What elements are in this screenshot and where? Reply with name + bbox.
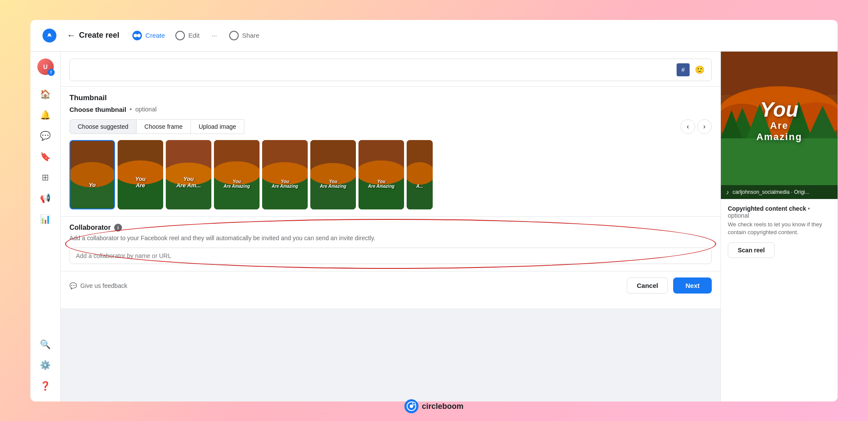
tab-choose-frame[interactable]: Choose frame (136, 119, 191, 134)
step-share[interactable]: Share (229, 31, 260, 40)
brand-logo-icon (404, 399, 418, 413)
step-create[interactable]: Create (132, 31, 165, 40)
thumb-text-3: YouAre Am... (176, 176, 201, 189)
preview-are-amazing-text: Are Amazing (750, 120, 809, 143)
form-panel: # 🙂 Thumbnail Choose thumbnail • optiona… (61, 52, 720, 309)
right-panel: You Are Amazing ♪ carljohnson_socialmedi… (720, 52, 838, 401)
center-panel: # 🙂 Thumbnail Choose thumbnail • optiona… (61, 52, 720, 401)
collaborator-section: Collaborator i Add a collaborator to you… (61, 217, 720, 271)
brand-footer: circleboom (404, 399, 464, 413)
header-bar: ← Create reel Create Edit ··· Share (30, 20, 838, 52)
collaborator-title: Collaborator (69, 224, 111, 232)
avatar[interactable]: U f (37, 59, 54, 75)
choose-thumbnail-label: Choose thumbnail (69, 106, 126, 113)
thumbnail-item-4[interactable]: YouAre Amazing (214, 140, 260, 209)
prev-arrow[interactable]: ‹ (681, 119, 695, 134)
sidebar-item-grid[interactable]: ⊞ (37, 169, 54, 186)
thumbnail-title: Thumbnail (69, 94, 712, 102)
next-arrow[interactable]: › (697, 119, 712, 134)
sidebar-bottom: 🔍 ⚙️ ❓ (37, 336, 54, 395)
feedback-label: Give us feedback (80, 282, 127, 289)
next-button[interactable]: Next (673, 277, 712, 294)
annotation-arrow (61, 225, 65, 260)
preview-author-text: carljohnson_socialmedia · Origi... (733, 189, 809, 195)
step-edit[interactable]: Edit (175, 31, 200, 40)
tab-upload-image[interactable]: Upload image (191, 119, 244, 134)
step-dots: ··· (212, 32, 217, 39)
back-button[interactable]: ← Create reel (67, 30, 119, 40)
brand-name: circleboom (422, 402, 464, 411)
page-title: Create reel (79, 31, 119, 40)
cancel-button[interactable]: Cancel (627, 277, 668, 294)
sidebar: U f 🏠 🔔 💬 🔖 ⊞ 📢 📊 🔍 ⚙️ ❓ (30, 52, 61, 401)
steps-navigation: Create Edit ··· Share (132, 31, 260, 40)
tabs-row: Choose suggested Choose frame Upload ima… (69, 119, 712, 134)
thumb-text-1: Yo (89, 182, 95, 188)
svg-point-24 (407, 162, 433, 185)
sidebar-item-settings[interactable]: ⚙️ (37, 356, 54, 374)
thumbnail-item-2[interactable]: YouAre (118, 140, 163, 209)
thumbnail-section: Thumbnail Choose thumbnail • optional Ch… (61, 87, 720, 217)
thumb-text-7: YouAre Amazing (368, 179, 395, 189)
sidebar-item-megaphone[interactable]: 📢 (37, 189, 54, 207)
sidebar-item-help[interactable]: ❓ (37, 377, 54, 395)
nav-arrows: ‹ › (681, 119, 712, 134)
thumb-text-2: YouAre (135, 176, 145, 189)
thumbnail-item-7[interactable]: YouAre Amazing (358, 140, 404, 209)
text-icons: # 🙂 (677, 63, 706, 76)
optional-label: • (130, 106, 132, 113)
step-share-label: Share (242, 32, 260, 39)
content-area: U f 🏠 🔔 💬 🔖 ⊞ 📢 📊 🔍 ⚙️ ❓ (30, 52, 838, 401)
sidebar-item-search[interactable]: 🔍 (37, 336, 54, 353)
emoji-icon-btn[interactable]: 🙂 (693, 63, 706, 76)
tab-choose-suggested[interactable]: Choose suggested (69, 119, 136, 134)
preview-you-text: You (750, 99, 809, 120)
preview-bottom-bar: ♪ carljohnson_socialmedia · Origi... (721, 185, 838, 199)
copyright-description: We check reels to let you know if they c… (728, 221, 831, 236)
copyright-title: Copyrighted content check • optional (728, 205, 831, 219)
thumbnail-item-1[interactable]: Yo (69, 140, 115, 209)
footer-actions: Cancel Next (627, 277, 712, 294)
svg-rect-3 (70, 141, 114, 209)
thumb-text-4: YouAre Amazing (224, 179, 250, 189)
svg-point-39 (410, 405, 413, 408)
collaborator-description: Add a collaborator to your Facebook reel… (69, 234, 712, 243)
feedback-button[interactable]: 💬 Give us feedback (69, 282, 127, 289)
caption-input[interactable] (75, 66, 677, 73)
sidebar-item-analytics[interactable]: 📊 (37, 210, 54, 228)
step-edit-label: Edit (188, 32, 200, 39)
choose-thumbnail-row: Choose thumbnail • optional (69, 106, 712, 113)
step-circle-edit (175, 31, 185, 40)
scan-reel-button[interactable]: Scan reel (728, 242, 775, 258)
preview-overlay-text: You Are Amazing (750, 99, 809, 143)
footer-bar: 💬 Give us feedback Cancel Next (61, 271, 720, 300)
step-circle-share (229, 31, 239, 40)
sidebar-item-home[interactable]: 🏠 (37, 85, 54, 103)
hashtag-icon-btn[interactable]: # (677, 63, 690, 76)
thumbnail-item-8[interactable]: A... (407, 140, 433, 209)
thumbnail-grid: Yo YouAre (69, 140, 712, 209)
sidebar-item-notifications[interactable]: 🔔 (37, 106, 54, 124)
text-input-row: # 🙂 (69, 59, 712, 81)
collaborator-header: Collaborator i (69, 224, 712, 232)
thumbnail-item-6[interactable]: YouAre Amazing (310, 140, 356, 209)
collaborator-input[interactable] (69, 248, 712, 264)
preview-image: You Are Amazing ♪ carljohnson_socialmedi… (721, 52, 838, 199)
info-icon[interactable]: i (114, 224, 122, 232)
feedback-icon: 💬 (69, 282, 77, 289)
sidebar-item-messages[interactable]: 💬 (37, 127, 54, 144)
step-circle-create (132, 31, 142, 40)
back-arrow-icon: ← (67, 30, 76, 40)
sidebar-item-bookmarks[interactable]: 🔖 (37, 148, 54, 165)
audio-icon: ♪ (726, 189, 729, 196)
thumbnail-item-3[interactable]: YouAre Am... (166, 140, 211, 209)
thumb-text-5: YouAre Amazing (272, 179, 298, 189)
meta-logo (41, 27, 58, 44)
optional-text: optional (135, 106, 157, 113)
fb-badge: f (48, 69, 55, 76)
thumbnail-item-5[interactable]: YouAre Amazing (262, 140, 308, 209)
text-area-section: # 🙂 (61, 52, 720, 87)
thumb-text-6: YouAre Amazing (320, 179, 346, 189)
thumb-text-8: A... (416, 184, 423, 189)
step-create-label: Create (145, 32, 165, 39)
